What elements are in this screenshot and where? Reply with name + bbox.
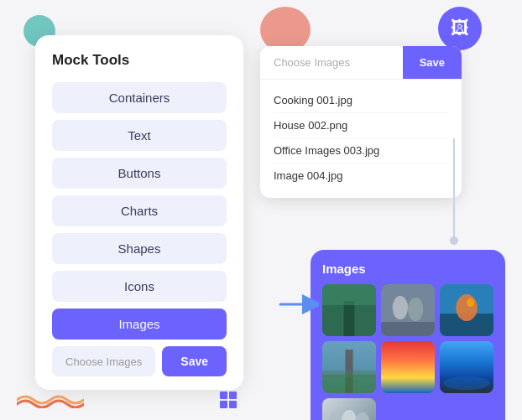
grid-icon [218,390,238,413]
popup-header: Choose Images Save [260,46,462,79]
file-item-1[interactable]: House 002.png [274,113,448,138]
images-panel: Images [311,250,505,420]
mock-tools-title: Mock Tools [52,52,227,69]
thumbnail-meeting[interactable] [322,398,376,420]
svg-point-15 [444,376,490,390]
thumbnail-bridge[interactable] [322,341,376,393]
svg-point-4 [393,296,408,319]
thumbnail-sunset[interactable] [381,341,435,393]
svg-rect-20 [220,391,227,399]
popup-file-list: Cooking 001.jpg House 002.png Office Ima… [260,83,462,198]
images-panel-title: Images [322,262,493,276]
tool-item-buttons[interactable]: Buttons [52,158,227,189]
svg-rect-1 [344,301,355,336]
arrow-connector [277,292,319,323]
tool-item-shapes[interactable]: Shapes [52,233,227,264]
image-icon: 🖼 [451,18,469,39]
mock-tools-panel: Mock Tools Containers Text Buttons Chart… [35,35,243,390]
svg-rect-22 [220,401,227,408]
svg-rect-13 [322,375,376,393]
tool-item-icons[interactable]: Icons [52,271,227,302]
footer-choose-images-button[interactable]: Choose Images [52,346,155,376]
connector-line [453,138,455,239]
file-item-2[interactable]: Office Images 003.jpg [274,138,448,163]
popup-choose-images-button[interactable]: Choose Images [260,46,403,79]
svg-point-9 [456,294,478,321]
tool-item-text[interactable]: Text [52,120,227,151]
connector-dot [450,236,458,245]
svg-rect-14 [322,371,376,377]
svg-point-16 [328,412,343,420]
svg-point-10 [467,298,474,307]
popup-save-button[interactable]: Save [403,46,462,79]
svg-rect-2 [322,284,376,305]
file-item-0[interactable]: Cooking 001.jpg [274,88,448,113]
svg-rect-6 [381,322,435,336]
tool-item-charts[interactable]: Charts [52,195,227,226]
mock-tools-footer: Choose Images Save [52,346,227,376]
svg-rect-23 [229,401,237,408]
footer-save-button[interactable]: Save [162,346,227,376]
choose-images-popup: Choose Images Save Cooking 001.jpg House… [260,46,462,198]
tool-item-containers[interactable]: Containers [52,82,227,113]
thumbnail-lake[interactable] [440,341,493,393]
wave-decoration [17,391,84,412]
popup-divider [260,79,462,80]
file-item-3[interactable]: Image 004.jpg [274,163,448,188]
svg-point-17 [342,410,357,420]
thumbnail-bird[interactable] [440,284,493,336]
blob-purple-ring-decoration: 🖼 [438,7,482,50]
thumbnail-forest[interactable] [322,284,376,336]
thumbnail-office-people[interactable] [381,284,435,336]
svg-point-18 [354,412,369,420]
svg-point-5 [408,298,423,321]
svg-rect-21 [229,391,237,399]
tool-item-images[interactable]: Images [52,309,227,340]
images-grid [322,284,493,420]
